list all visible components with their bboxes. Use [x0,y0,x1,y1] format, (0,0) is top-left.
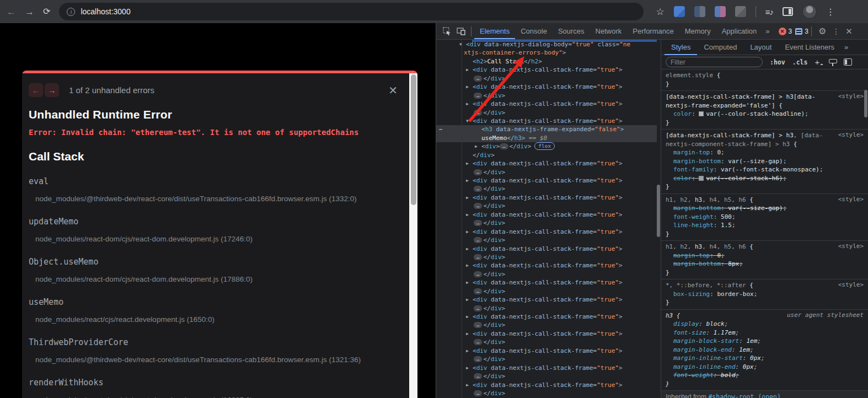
extension-icon-3[interactable] [715,6,726,17]
css-selector-line[interactable]: h1, h2, h3, h4, h5, h6 { [661,196,868,205]
collapsed-arrow-icon[interactable]: ▶ [475,142,478,150]
tab-sources[interactable]: Sources [553,23,590,39]
next-error-button[interactable]: → [45,83,59,97]
tree-row[interactable]: ▶<div data-nextjs-call-stack-frame="true… [436,261,657,270]
tree-row[interactable]: …</div> [436,185,657,193]
collapsed-children-icon[interactable]: … [500,143,508,149]
tree-row[interactable]: …</div> [436,270,657,278]
tree-row[interactable]: …</div> [436,372,657,380]
tab-performance[interactable]: Performance [627,23,679,39]
tab-memory[interactable]: Memory [679,23,716,39]
collapsed-children-icon[interactable]: … [474,169,482,175]
stylesheet-source-link[interactable]: <style> [838,243,864,250]
row-actions-icon[interactable]: ⋯ [439,125,443,133]
device-toolbar-icon[interactable] [454,24,468,39]
back-icon[interactable]: ← [7,7,16,17]
tree-row[interactable]: ▶<div data-nextjs-call-stack-frame="true… [436,228,657,236]
computed-sidebar-toggle-icon[interactable] [844,58,852,66]
tree-row[interactable]: …</div> [436,202,657,210]
css-selector-line[interactable]: nextjs-frame-expanded='false'] { [661,101,868,110]
collapsed-arrow-icon[interactable]: ▶ [466,66,469,74]
tree-row[interactable]: …</div> [436,321,657,329]
css-selector-line[interactable]: } [661,182,868,191]
collapsed-children-icon[interactable]: … [474,186,482,192]
tree-row[interactable]: …</div> [436,287,657,295]
css-selector-line[interactable]: h1, h2, h3, h4, h5, h6 { [661,243,868,251]
tree-row[interactable]: ▶<div data-nextjs-call-stack-frame="true… [436,100,657,108]
css-selector-line[interactable]: *, *::before, *::after { [661,281,868,290]
collapsed-children-icon[interactable]: … [474,373,482,379]
new-style-rule-icon[interactable]: + [815,57,822,67]
css-property-line[interactable]: box-sizing: border-box; [661,290,868,299]
collapsed-children-icon[interactable]: … [474,203,482,209]
collapsed-children-icon[interactable]: … [474,356,482,362]
collapsed-children-icon[interactable]: … [474,76,482,82]
devtools-menu-icon[interactable]: ⋮ [830,27,842,36]
rendering-emulation-icon[interactable] [829,58,837,66]
color-swatch[interactable] [699,111,704,116]
collapsed-children-icon[interactable]: … [474,220,482,226]
tree-row[interactable]: ▶<div data-nextjs-call-stack-frame="true… [436,245,657,253]
tree-row[interactable]: ▶<div data-nextjs-call-stack-frame="true… [436,159,657,168]
css-property-line[interactable]: margin-inline-end: 0px; [661,363,868,372]
toggle-classes-button[interactable]: .cls [792,58,808,66]
forward-icon[interactable]: → [25,7,34,17]
tree-row[interactable]: ▶<div data-nextjs-call-stack-frame="true… [436,313,657,321]
media-controls-icon[interactable]: ≡♪ [765,7,773,17]
tab-application[interactable]: Application [716,23,763,39]
css-property-line[interactable]: font-size: 1.17em; [661,329,868,337]
css-selector-line[interactable]: } [661,230,868,239]
expanded-arrow-icon[interactable]: ▼ [466,117,469,125]
sidebar-more-tabs-icon[interactable]: » [841,43,851,51]
css-property-line[interactable]: color: var(--color-stack-headline); [661,110,868,119]
collapsed-arrow-icon[interactable]: ▶ [466,381,469,389]
collapsed-arrow-icon[interactable]: ▶ [466,295,469,304]
collapsed-arrow-icon[interactable]: ▶ [466,261,469,270]
previous-error-button[interactable]: ← [29,83,43,97]
css-selector-line[interactable]: } [661,268,868,277]
css-property-line[interactable]: font-family: var(--font-stack-monospace)… [661,165,868,174]
css-property-line[interactable]: margin-block-end: 1em; [661,346,868,354]
css-selector-line[interactable]: element.style { [661,71,868,80]
tree-row[interactable]: ▶<div data-nextjs-call-stack-frame="true… [436,278,657,287]
tree-row[interactable]: ▶<div data-nextjs-call-stack-frame="true… [436,83,657,91]
css-selector-line[interactable]: } [661,80,868,89]
bookmark-star-icon[interactable]: ☆ [656,6,664,18]
browser-menu-icon[interactable]: ⋮ [826,7,835,17]
css-property-line[interactable]: margin-bottom: 8px; [661,260,868,268]
tree-row[interactable]: …</div> [436,236,657,244]
tree-row[interactable]: ▶<div data-nextjs-call-stack-frame="true… [436,330,657,338]
tree-row[interactable]: ▶<div data-nextjs-call-stack-frame="true… [436,364,657,372]
tab-elements[interactable]: Elements [474,23,515,39]
css-property-line[interactable]: margin-top: 0; [661,148,868,157]
css-property-line[interactable]: line-height: 1.5; [661,221,868,230]
collapsed-arrow-icon[interactable]: ▶ [466,83,469,91]
overlay-scrollbar[interactable] [409,73,417,398]
stylesheet-source-link[interactable]: <style> [838,196,864,203]
inspect-element-icon[interactable] [440,24,454,39]
collapsed-children-icon[interactable]: … [474,110,482,116]
collapsed-children-icon[interactable]: … [474,305,482,311]
extension-icon-2[interactable] [694,6,705,17]
devtools-settings-icon[interactable]: ⚙ [815,26,830,36]
css-property-line[interactable]: font-weight: bold; [661,371,868,380]
overlay-scrollbar-thumb[interactable] [411,74,416,205]
tree-scrollbar-thumb[interactable] [657,185,660,237]
collapsed-arrow-icon[interactable]: ▶ [466,364,469,372]
tree-row[interactable]: …</div> [436,109,657,117]
tree-row[interactable]: …</div> [436,355,657,363]
tree-row[interactable]: ▶<div data-nextjs-call-stack-frame="true… [436,347,657,355]
css-property-line[interactable]: display: block; [661,320,868,329]
tree-row[interactable]: …</div> [436,304,657,313]
tab-console[interactable]: Console [515,23,553,39]
tree-row[interactable]: …</div> [436,253,657,261]
tree-row[interactable]: ▼<div data-nextjs-call-stack-frame="true… [436,117,657,125]
tree-row[interactable]: </div> [436,151,657,159]
extension-icon-1[interactable] [674,6,685,17]
tree-row[interactable]: ▶<div data-nextjs-call-stack-frame="true… [436,381,657,389]
css-property-line[interactable]: margin-bottom: var(--size-gap); [661,157,868,166]
tree-row[interactable]: ▶<div data-nextjs-call-stack-frame="true… [436,295,657,304]
css-property-line[interactable]: font-weight: 500; [661,213,868,222]
css-selector-line[interactable]: [data-nextjs-call-stack-frame] > h3[data… [661,93,868,101]
sidebar-tab-event-listeners[interactable]: Event Listeners [778,40,841,55]
